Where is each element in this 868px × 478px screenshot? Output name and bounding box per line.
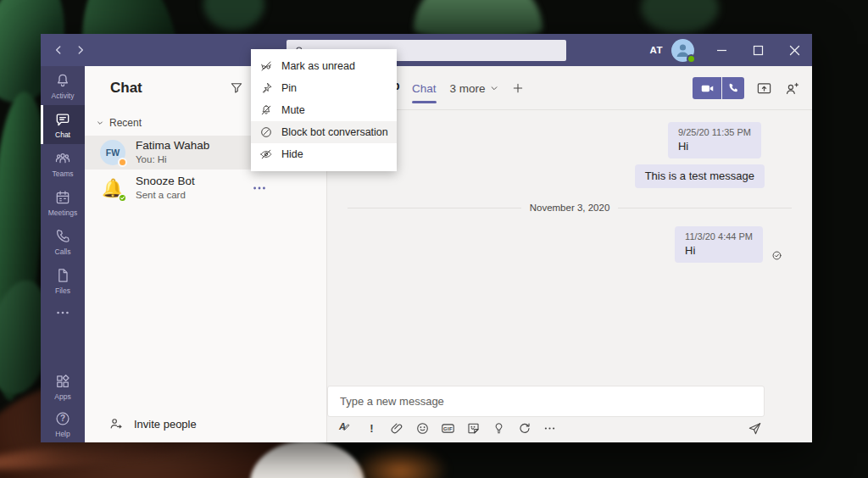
hide-eye-icon — [259, 147, 273, 161]
sidebar-item-activity[interactable]: Activity — [41, 66, 85, 105]
conversation-context-menu: Mark as unread Pin Mute Block bot conver… — [251, 49, 397, 171]
phone-icon — [54, 228, 71, 245]
tab-more-dropdown[interactable]: 3 more — [450, 66, 498, 110]
chat-bubble-icon — [54, 111, 71, 128]
tab-chat[interactable]: Chat — [412, 66, 437, 110]
sidebar-item-meetings[interactable]: Meetings — [41, 183, 85, 222]
window-body: Activity Chat Teams Meetings Calls — [41, 66, 812, 442]
compose-toolbar: A ! GIF — [339, 421, 557, 436]
invite-people-button[interactable]: Invite people — [108, 416, 197, 431]
sidebar-item-files[interactable]: Files — [41, 261, 85, 300]
sidebar-item-label: Activity — [52, 92, 75, 100]
background-glow — [352, 444, 449, 478]
send-icon[interactable] — [747, 420, 763, 436]
file-icon — [54, 267, 71, 284]
menu-item-label: Mark as unread — [281, 60, 355, 72]
sidebar-item-calls[interactable]: Calls — [41, 222, 85, 261]
app-rail: Activity Chat Teams Meetings Calls — [41, 66, 85, 442]
help-icon: ? — [54, 410, 71, 427]
tab-bar: Chat 3 more — [412, 66, 524, 110]
profile-initials: AT — [650, 45, 663, 55]
menu-item-pin[interactable]: Pin — [251, 77, 397, 99]
format-glyph: A — [339, 421, 346, 431]
audio-call-button[interactable] — [722, 77, 744, 99]
lightbulb-icon[interactable] — [492, 421, 506, 436]
back-icon[interactable] — [53, 44, 64, 56]
sidebar-item-help[interactable]: ? Help — [41, 405, 85, 442]
menu-item-mute[interactable]: Mute — [251, 99, 397, 121]
menu-item-hide[interactable]: Hide — [251, 143, 397, 165]
sidebar-item-label: Files — [55, 286, 70, 295]
conversation-meta: Fatima Wahab You: Hi — [136, 139, 209, 165]
conversation-name: Fatima Wahab — [136, 139, 209, 153]
sidebar-item-label: Chat — [55, 131, 70, 139]
gif-icon[interactable]: GIF — [441, 421, 455, 436]
sidebar-item-chat[interactable]: Chat — [41, 105, 85, 144]
add-people-icon[interactable] — [784, 81, 800, 97]
tab-label: Chat — [412, 82, 437, 95]
video-camera-icon — [700, 81, 715, 96]
chevron-down-icon — [490, 84, 498, 92]
person-add-icon — [108, 416, 124, 431]
recent-label: Recent — [109, 117, 142, 129]
menu-item-label: Block bot conversation — [281, 126, 388, 138]
divider-line — [348, 208, 521, 208]
title-bar: AT — [41, 34, 812, 66]
sidebar-item-label: Meetings — [48, 208, 78, 217]
message-text: Hi — [678, 140, 751, 153]
importance-icon[interactable]: ! — [364, 421, 379, 436]
message-text: Hi — [685, 244, 753, 257]
more-options-icon[interactable] — [542, 421, 557, 436]
date-divider-label: November 3, 2020 — [530, 203, 610, 213]
people-group-icon — [54, 150, 71, 167]
calendar-icon — [54, 189, 71, 206]
message-bubble: 9/25/20 11:35 PM Hi — [668, 122, 761, 158]
maximize-button[interactable] — [753, 45, 764, 56]
minimize-button[interactable] — [716, 45, 727, 56]
menu-item-mark-as-unread[interactable]: Mark as unread — [251, 55, 397, 77]
sidebar-item-teams[interactable]: Teams — [41, 144, 85, 183]
emoji-icon[interactable] — [415, 421, 430, 436]
sidebar-item-apps[interactable]: Apps — [41, 368, 85, 405]
share-screen-icon[interactable] — [756, 81, 772, 97]
filter-icon[interactable] — [229, 81, 244, 96]
gif-label: GIF — [441, 421, 455, 436]
call-button-group — [693, 77, 744, 99]
bell-icon — [54, 72, 71, 89]
loop-refresh-icon[interactable] — [517, 421, 531, 436]
teams-window: AT Activity Chat — [41, 34, 812, 442]
sidebar-item-more[interactable] — [41, 300, 85, 325]
menu-item-label: Mute — [281, 104, 305, 116]
date-divider: November 3, 2020 — [348, 203, 792, 213]
message-bubble: 11/3/20 4:44 PM Hi — [675, 226, 763, 263]
chevron-down-icon — [97, 119, 103, 126]
desktop: AT Activity Chat — [0, 0, 868, 478]
add-tab-icon[interactable] — [512, 82, 524, 94]
message-timestamp: 11/3/20 4:44 PM — [685, 231, 753, 242]
menu-item-block-bot-conversation[interactable]: Block bot conversation — [251, 121, 397, 143]
format-icon[interactable]: A — [339, 421, 353, 436]
status-away-icon — [118, 158, 127, 167]
panel-title: Chat — [110, 80, 142, 97]
message-timestamp: 9/25/20 11:35 PM — [678, 127, 751, 137]
apps-grid-icon — [54, 373, 71, 390]
sidebar-item-label: Calls — [55, 247, 71, 256]
avatar: FW — [100, 140, 125, 165]
conversation-row-snooze-bot[interactable]: 🔔 Snooze Bot Sent a card — [85, 170, 326, 207]
attach-icon[interactable] — [390, 421, 404, 436]
titlebar-right: AT — [650, 39, 812, 62]
message-with-receipt: 11/3/20 4:44 PM Hi — [675, 226, 763, 263]
message-text: This is a test message — [645, 170, 754, 182]
message-input[interactable] — [327, 386, 765, 417]
pin-icon — [259, 81, 273, 95]
recent-section-header[interactable]: Recent — [97, 117, 142, 129]
close-button[interactable] — [789, 45, 800, 56]
invite-people-label: Invite people — [134, 418, 197, 431]
forward-icon[interactable] — [75, 44, 86, 56]
conversation-meta: Snooze Bot Sent a card — [136, 175, 195, 201]
profile-avatar[interactable] — [671, 39, 694, 62]
sticker-icon[interactable] — [466, 421, 481, 436]
conversation-preview: You: Hi — [136, 153, 209, 165]
video-call-button[interactable] — [693, 77, 721, 99]
conversation-more-options-icon[interactable] — [251, 180, 268, 197]
